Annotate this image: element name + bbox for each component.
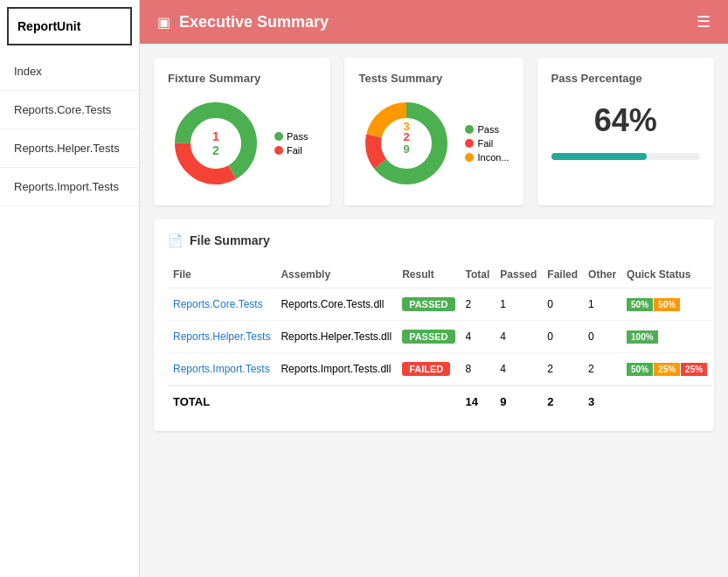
- cell-failed: 0: [542, 288, 583, 321]
- fixture-donut-container: 1 2 Pass Fail: [168, 95, 316, 191]
- cell-failed: 2: [542, 353, 583, 386]
- cell-total: 8: [461, 353, 496, 386]
- sidebar-item-helper[interactable]: Reports.Helper.Tests: [0, 129, 139, 168]
- pass-percentage-card: Pass Percentage 64%: [537, 58, 714, 205]
- fixture-pass-label: Pass: [287, 131, 308, 142]
- table-row: Reports.Helper.Tests Reports.Helper.Test…: [168, 321, 712, 353]
- sidebar-logo[interactable]: ReportUnit: [7, 7, 132, 45]
- table-header: File Assembly Result Total Passed Failed…: [168, 261, 712, 288]
- cell-assembly: Reports.Helper.Tests.dll: [275, 321, 397, 353]
- cell-failed: 0: [542, 321, 583, 353]
- total-assembly: [275, 386, 397, 417]
- pass-percentage-value: 64%: [551, 102, 700, 139]
- header-title-area: ▣ Executive Summary: [157, 13, 329, 31]
- fixture-summary-title: Fixture Summary: [168, 72, 316, 85]
- tests-incon-legend: Incon...: [465, 152, 509, 163]
- file-summary-section: 📄 File Summary File Assembly Result Tota…: [154, 219, 714, 431]
- fixture-fail-legend: Fail: [274, 145, 308, 156]
- document-icon: ▣: [157, 14, 170, 31]
- table-row: Reports.Import.Tests Reports.Import.Test…: [168, 353, 712, 386]
- svg-text:2: 2: [212, 143, 219, 157]
- main-area: ▣ Executive Summary ☰ Fixture Summary 1 …: [140, 0, 728, 577]
- col-result: Result: [397, 261, 460, 288]
- tests-summary-card: Tests Summary 2 9 3: [344, 58, 523, 205]
- cell-quickstatus: 50%25%25%: [621, 353, 712, 386]
- cell-result: FAILED: [397, 353, 460, 386]
- fixture-legend: Pass Fail: [274, 131, 308, 156]
- cell-file[interactable]: Reports.Helper.Tests: [168, 321, 275, 353]
- cell-result: PASSED: [397, 321, 460, 353]
- table-row: Reports.Core.Tests Reports.Core.Tests.dl…: [168, 288, 712, 321]
- tests-summary-title: Tests Summary: [358, 72, 509, 85]
- tests-pass-dot: [465, 125, 474, 134]
- tests-fail-dot: [465, 139, 474, 148]
- cell-passed: 4: [495, 321, 542, 353]
- fixture-summary-card: Fixture Summary 1 2 Pass: [154, 58, 330, 205]
- fixture-pass-legend: Pass: [274, 131, 308, 142]
- total-total: 14: [461, 386, 496, 417]
- col-file: File: [168, 261, 275, 288]
- progress-bar-background: [551, 153, 700, 160]
- cell-result: PASSED: [397, 288, 460, 321]
- table-total-row: TOTAL 14 9 2 3: [168, 386, 712, 417]
- fixture-donut-chart: 1 2: [168, 95, 264, 191]
- total-passed: 9: [495, 386, 542, 417]
- fixture-fail-label: Fail: [287, 145, 302, 156]
- pass-percentage-title: Pass Percentage: [551, 72, 700, 85]
- col-passed: Passed: [495, 261, 542, 288]
- file-summary-table: File Assembly Result Total Passed Failed…: [168, 261, 712, 417]
- tests-donut-chart: 2 9 3: [358, 95, 454, 191]
- file-link[interactable]: Reports.Helper.Tests: [173, 330, 270, 343]
- sidebar: ReportUnit Index Reports.Core.Tests Repo…: [0, 0, 140, 577]
- col-other: Other: [583, 261, 621, 288]
- cell-other: 2: [583, 353, 621, 386]
- cell-total: 4: [461, 321, 496, 353]
- tests-pass-legend: Pass: [465, 124, 509, 135]
- svg-text:1: 1: [212, 129, 219, 143]
- cell-file[interactable]: Reports.Core.Tests: [168, 288, 275, 321]
- table-header-row: File Assembly Result Total Passed Failed…: [168, 261, 712, 288]
- sidebar-item-index[interactable]: Index: [0, 52, 139, 91]
- menu-icon[interactable]: ☰: [697, 12, 711, 31]
- cell-quickstatus: 100%: [621, 321, 712, 353]
- tests-fail-label: Fail: [477, 138, 493, 149]
- page-title: Executive Summary: [179, 13, 329, 31]
- cell-other: 0: [583, 321, 621, 353]
- col-total: Total: [461, 261, 496, 288]
- result-badge: FAILED: [402, 362, 450, 376]
- tests-fail-legend: Fail: [465, 138, 509, 149]
- total-label: TOTAL: [168, 386, 275, 417]
- tests-pass-label: Pass: [477, 124, 498, 135]
- header: ▣ Executive Summary ☰: [140, 0, 728, 44]
- sidebar-item-import[interactable]: Reports.Import.Tests: [0, 168, 139, 206]
- total-other: 3: [583, 386, 621, 417]
- total-quickstatus: [621, 386, 712, 417]
- file-icon: 📄: [168, 233, 183, 247]
- col-quickstatus: Quick Status: [621, 261, 712, 288]
- tests-donut-container: 2 9 3 Pass Fail: [358, 95, 509, 191]
- file-summary-title: 📄 File Summary: [168, 233, 700, 247]
- col-assembly: Assembly: [275, 261, 397, 288]
- table-body: Reports.Core.Tests Reports.Core.Tests.dl…: [168, 288, 712, 418]
- result-badge: PASSED: [402, 330, 454, 344]
- col-failed: Failed: [542, 261, 583, 288]
- cell-file[interactable]: Reports.Import.Tests: [168, 353, 275, 386]
- pass-dot: [274, 132, 283, 141]
- file-link[interactable]: Reports.Import.Tests: [173, 363, 270, 375]
- cell-assembly: Reports.Import.Tests.dll: [275, 353, 397, 386]
- svg-text:3: 3: [404, 120, 410, 133]
- qs-segment: 50%: [627, 363, 653, 376]
- cell-other: 1: [583, 288, 621, 321]
- content-area: Fixture Summary 1 2 Pass: [140, 44, 728, 577]
- tests-legend: Pass Fail Incon...: [465, 124, 509, 163]
- result-badge: PASSED: [402, 297, 454, 311]
- tests-incon-dot: [465, 153, 474, 162]
- cell-passed: 4: [495, 353, 542, 386]
- qs-segment: 50%: [627, 298, 653, 311]
- file-link[interactable]: Reports.Core.Tests: [173, 298, 263, 310]
- sidebar-item-core[interactable]: Reports.Core.Tests: [0, 91, 139, 129]
- cell-passed: 1: [495, 288, 542, 321]
- qs-segment: 50%: [654, 298, 680, 311]
- total-failed: 2: [542, 386, 583, 417]
- file-summary-label: File Summary: [190, 233, 270, 247]
